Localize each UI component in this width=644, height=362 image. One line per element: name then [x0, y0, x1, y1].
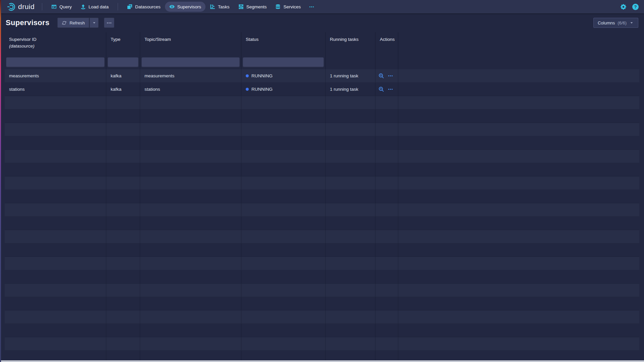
column-header-filler [398, 32, 639, 56]
more-icon [388, 87, 393, 92]
stacked-chart-icon [238, 4, 244, 9]
supervisors-view: Supervisors Refresh Columns (6/6) Superv… [0, 13, 644, 362]
empty-table-row [5, 163, 639, 176]
filler-cell [398, 83, 639, 96]
gear-icon [620, 4, 627, 10]
help-button[interactable]: ? [632, 4, 639, 10]
column-header-supervisor-id[interactable]: Supervisor ID (datasource) [5, 32, 106, 56]
table-body: measurements kafka measurements RUNNING … [5, 69, 639, 362]
topic-stream-filter-input[interactable] [141, 57, 240, 67]
column-header-sublabel: (datasource) [9, 43, 102, 49]
nav-item-supervisors[interactable]: Supervisors [165, 2, 206, 12]
question-mark-icon: ? [634, 4, 637, 9]
status-running-dot [246, 74, 249, 77]
horizontal-scrollbar[interactable] [0, 360, 644, 362]
caret-down-icon [629, 20, 634, 25]
empty-table-row [5, 176, 639, 190]
refresh-interval-dropdown-button[interactable] [90, 18, 99, 28]
nav-item-query[interactable]: Query [47, 2, 76, 12]
empty-table-row [5, 297, 639, 310]
settings-button[interactable] [620, 4, 627, 10]
column-header-label: Type [111, 37, 120, 42]
refresh-label: Refresh [69, 20, 85, 25]
column-header-topic-stream[interactable]: Topic/Stream [140, 32, 241, 56]
inspect-supervisor-button[interactable] [378, 86, 384, 92]
empty-table-row [5, 257, 639, 270]
nav-divider [118, 3, 118, 10]
empty-table-row [5, 217, 639, 230]
columns-dropdown-button[interactable]: Columns (6/6) [593, 18, 638, 28]
more-icon [388, 73, 393, 78]
topic-stream-cell: stations [140, 83, 241, 96]
column-header-actions[interactable]: Actions [375, 32, 398, 56]
topic-stream-cell: measurements [140, 69, 241, 83]
empty-table-row [5, 96, 639, 110]
nav-item-tasks[interactable]: Tasks [206, 2, 234, 12]
status-running-dot [246, 88, 249, 91]
view-more-actions-button[interactable] [104, 18, 114, 28]
druid-logo[interactable]: druid [4, 2, 37, 11]
empty-table-row [5, 123, 639, 136]
refresh-icon [62, 20, 67, 25]
column-header-type[interactable]: Type [106, 32, 140, 56]
supervisors-table: Supervisor ID (datasource) Type Topic/St… [5, 32, 639, 362]
application-icon [51, 4, 57, 9]
nav-item-load-data[interactable]: Load data [76, 2, 113, 12]
empty-table-row [5, 243, 639, 257]
caret-down-icon [92, 20, 97, 25]
column-header-running-tasks[interactable]: Running tasks [326, 32, 375, 56]
status-label: RUNNING [251, 87, 273, 92]
actions-cell [375, 83, 398, 96]
type-cell: kafka [106, 83, 140, 96]
empty-table-row [5, 203, 639, 217]
status-filter-input[interactable] [243, 57, 324, 67]
table-filter-row [5, 56, 639, 69]
filter-cell-filler [398, 56, 639, 69]
gantt-chart-icon [210, 4, 215, 9]
supervisor-id-filter-input[interactable] [6, 57, 105, 67]
type-filter-input[interactable] [108, 57, 138, 67]
multi-select-icon [127, 4, 132, 9]
supervisor-actions-menu-button[interactable] [388, 73, 393, 78]
actions-cell [375, 69, 398, 83]
nav-item-datasources[interactable]: Datasources [123, 2, 165, 12]
column-header-status[interactable]: Status [241, 32, 326, 56]
column-header-label: Topic/Stream [144, 37, 171, 42]
druid-logo-icon [7, 2, 16, 11]
nav-item-services[interactable]: Services [271, 2, 305, 12]
columns-count: (6/6) [618, 20, 627, 25]
empty-table-row [5, 150, 639, 163]
top-navbar: druid Query Load data Datasources Superv… [0, 0, 644, 13]
nav-item-label: Supervisors [177, 4, 201, 9]
view-header: Supervisors Refresh Columns (6/6) [0, 13, 644, 32]
running-tasks-cell: 1 running task [326, 83, 375, 96]
column-header-label: Actions [380, 37, 395, 42]
nav-item-label: Datasources [135, 4, 161, 9]
empty-table-row [5, 337, 639, 351]
inspect-supervisor-button[interactable] [378, 73, 384, 79]
table-row: stations kafka stations RUNNING 1 runnin… [5, 83, 639, 96]
nav-more-button[interactable] [305, 4, 318, 9]
nav-item-label: Load data [89, 4, 109, 9]
nav-item-segments[interactable]: Segments [234, 2, 271, 12]
filter-cell [140, 56, 241, 69]
database-icon [275, 4, 281, 9]
running-tasks-cell: 1 running task [326, 69, 375, 83]
nav-item-label: Tasks [218, 4, 230, 9]
supervisor-actions-menu-button[interactable] [388, 87, 393, 92]
more-icon [107, 20, 112, 25]
filter-cell [375, 56, 398, 69]
refresh-button[interactable]: Refresh [57, 18, 89, 28]
status-cell: RUNNING [241, 69, 326, 83]
empty-table-row [5, 284, 639, 297]
search-text-icon [378, 86, 384, 92]
status-label: RUNNING [251, 73, 273, 78]
column-header-label: Running tasks [330, 37, 359, 42]
empty-table-row [5, 136, 639, 150]
upload-icon [80, 4, 86, 9]
nav-divider [42, 3, 42, 10]
table-header-row: Supervisor ID (datasource) Type Topic/St… [5, 32, 639, 56]
column-header-label: Status [246, 37, 258, 42]
filler-cell [398, 69, 639, 83]
empty-table-row [5, 110, 639, 123]
